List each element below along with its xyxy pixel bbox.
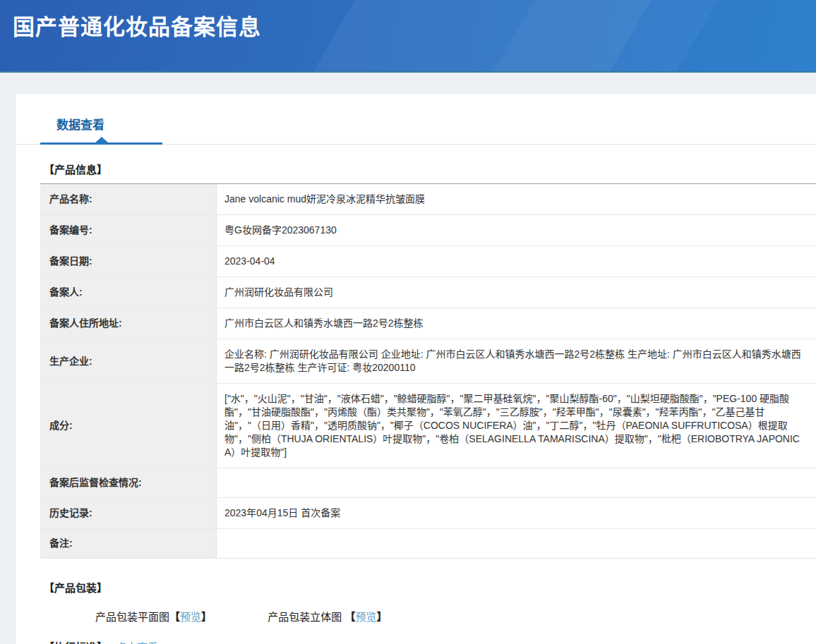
row-value-registrant: 广州润研化妆品有限公司	[217, 277, 816, 308]
bracket-close: 】	[201, 611, 212, 623]
row-label-record-number: 备案编号:	[40, 215, 217, 245]
package-flat-item: 产品包装平面图【预览】	[95, 611, 215, 623]
section-product-package: 【产品包装】	[44, 580, 816, 595]
row-label-manufacturer: 生产企业:	[40, 339, 217, 383]
row-value-product-name: Jane volcanic mud妍泥冷泉冰泥精华抗皱面膜	[217, 184, 816, 214]
section-product-info: 【产品信息】	[44, 162, 816, 176]
row-value-record-number: 粤G妆网备字2023067130	[217, 215, 816, 245]
row-value-remarks	[217, 529, 816, 558]
row-label-history: 历史记录:	[40, 498, 217, 528]
row-value-registrant-address: 广州市白云区人和镇秀水塘西一路2号2栋整栋	[217, 308, 816, 339]
table-row: 备注:	[40, 529, 816, 558]
section-exec-standard: 【执行标准】	[44, 641, 107, 644]
exec-standard-view-link[interactable]: 点击查看	[116, 641, 158, 644]
page-title: 国产普通化妆品备案信息	[0, 0, 816, 41]
row-value-manufacturer: 企业名称: 广州润研化妆品有限公司 企业地址: 广州市白云区人和镇秀水塘西一路2…	[217, 339, 816, 383]
table-row: 生产企业: 企业名称: 广州润研化妆品有限公司 企业地址: 广州市白云区人和镇秀…	[40, 339, 816, 384]
row-value-supervision-check	[217, 468, 816, 497]
row-label-registrant: 备案人:	[40, 277, 217, 308]
package-flat-label: 产品包装平面图	[95, 611, 169, 623]
tab-bar: 数据查看	[16, 94, 816, 145]
table-row: 备案编号: 粤G妆网备字2023067130	[40, 215, 816, 246]
row-label-registrant-address: 备案人住所地址:	[40, 308, 217, 339]
row-label-remarks: 备注:	[40, 529, 217, 558]
row-value-history: 2023年04月15日 首次备案	[217, 498, 816, 528]
tab-active-indicator	[40, 142, 162, 145]
table-row: 备案人: 广州润研化妆品有限公司	[40, 277, 816, 308]
row-value-record-date: 2023-04-04	[217, 246, 816, 277]
package-stereo-preview-link[interactable]: 预览	[355, 611, 376, 623]
table-row: 产品名称: Jane volcanic mud妍泥冷泉冰泥精华抗皱面膜	[40, 184, 816, 215]
package-stereo-label: 产品包装立体图	[268, 611, 344, 623]
table-row: 备案人住所地址: 广州市白云区人和镇秀水塘西一路2号2栋整栋	[40, 308, 816, 339]
package-stereo-item: 产品包装立体图 【预览】	[268, 611, 387, 623]
row-label-ingredients: 成分:	[40, 384, 217, 468]
row-value-ingredients: ["水"，"火山泥"，"甘油"，"液体石蜡"，"鲸蜡硬脂醇"，"聚二甲基硅氧烷"…	[217, 384, 816, 468]
product-info-table: 产品名称: Jane volcanic mud妍泥冷泉冰泥精华抗皱面膜 备案编号…	[40, 183, 816, 559]
table-row: 备案后监督检查情况:	[40, 468, 816, 498]
row-label-record-date: 备案日期:	[40, 246, 217, 277]
table-row: 成分: ["水"，"火山泥"，"甘油"，"液体石蜡"，"鲸蜡硬脂醇"，"聚二甲基…	[40, 384, 816, 468]
bracket-open: 【	[169, 611, 180, 623]
content-card: 数据查看 【产品信息】 产品名称: Jane volcanic mud妍泥冷泉冰…	[16, 94, 816, 644]
table-row: 备案日期: 2023-04-04	[40, 246, 816, 277]
bracket-open: 【	[344, 611, 355, 623]
row-label-supervision-check: 备案后监督检查情况:	[40, 468, 217, 497]
row-label-product-name: 产品名称:	[40, 184, 217, 214]
package-flat-preview-link[interactable]: 预览	[180, 611, 201, 623]
bracket-close: 】	[376, 611, 387, 623]
exec-standard-line: 【执行标准】点击查看	[44, 639, 816, 644]
table-row: 历史记录: 2023年04月15日 首次备案	[40, 498, 816, 529]
page-header: 国产普通化妆品备案信息	[0, 0, 816, 73]
package-previews: 产品包装平面图【预览】 产品包装立体图 【预览】	[95, 609, 816, 624]
